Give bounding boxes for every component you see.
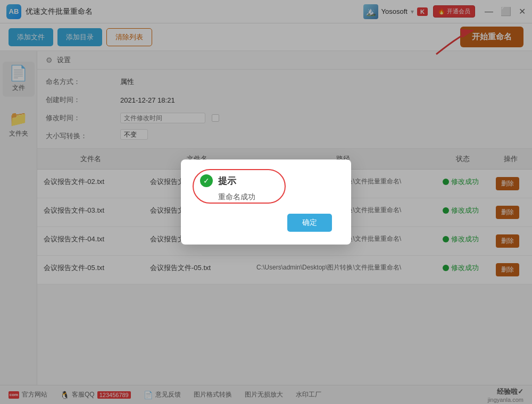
modal-overlay: ✓ 提示 重命名成功 确定: [0, 0, 532, 404]
modal-check-icon: ✓: [200, 174, 213, 187]
modal-btn-row: 确定: [200, 214, 332, 232]
modal-title: 提示: [218, 175, 236, 187]
modal-confirm-button[interactable]: 确定: [287, 214, 332, 232]
modal-box: ✓ 提示 重命名成功 确定: [181, 159, 351, 245]
modal-title-row: ✓ 提示: [200, 174, 332, 187]
app-window: AB 优速文件批量重命名 🏔️ Yososoft ▾ K 🔥 开通会员 — ⬜: [0, 0, 532, 404]
modal-message: 重命名成功: [218, 192, 332, 202]
